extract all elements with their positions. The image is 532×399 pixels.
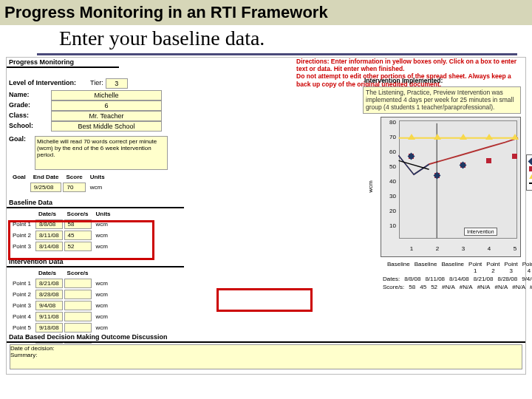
baseline-date-1[interactable]: 8/8/08 — [35, 219, 63, 229]
goal-score-input[interactable]: 70 — [63, 183, 85, 192]
baseline-score-2[interactable]: 45 — [64, 231, 92, 240]
intervention-data-header: Intervention Data — [7, 257, 184, 267]
xtick: 3 — [452, 245, 474, 252]
baseline-table: Date/sScore/sUnits Point 18/8/0858wcm Po… — [8, 208, 115, 253]
slide-subtitle: Enter your baseline data. — [0, 27, 532, 50]
baseline-date-2[interactable]: 8/11/08 — [35, 231, 63, 240]
goal-text-input[interactable]: Michelle will read 70 words correct per … — [35, 136, 168, 170]
tier-sublabel: Tier: — [88, 78, 106, 89]
decision-box[interactable]: Date of decision: Summary: — [10, 344, 522, 369]
name-input[interactable]: Michelle — [51, 90, 162, 100]
xtick: 1 — [400, 245, 423, 252]
xtick: 4 — [478, 245, 500, 252]
section-header-progress: Progress Monitoring — [7, 58, 119, 68]
xtick: 5 — [504, 245, 526, 252]
slide-title: Progress Monitoring in an RTI Framework — [0, 0, 532, 25]
baseline-score-3[interactable]: 52 — [64, 242, 92, 251]
chart-ylabel: wcm — [367, 180, 374, 192]
xtick: 2 — [426, 245, 449, 252]
chart-annotation: Intervention — [464, 228, 497, 236]
int-score-3[interactable] — [64, 301, 92, 310]
baseline-score-1[interactable]: 58 — [64, 219, 92, 229]
intervention-impl-label: Intervention Implemented: — [361, 77, 522, 84]
slide: Progress Monitoring in an RTI Framework … — [0, 0, 532, 399]
int-score-1[interactable] — [64, 279, 92, 288]
decision-header: Data Based Decision Making Outcome Discu… — [7, 332, 525, 343]
goal-enddate-input[interactable]: 9/25/08 — [30, 183, 62, 192]
chart-lines — [381, 117, 520, 256]
int-date-1[interactable]: 8/21/08 — [35, 279, 63, 288]
class-label: Class: — [7, 111, 51, 121]
chart-data-table: BaselineBaselineBaselinePoint 1Point 2Po… — [381, 260, 521, 291]
baseline-date-3[interactable]: 8/14/08 — [35, 242, 63, 251]
goal-label: Goal: — [7, 134, 33, 171]
tier-label: Level of Intervention: — [7, 78, 88, 89]
svg-line-0 — [399, 160, 429, 169]
highlight-box — [216, 288, 313, 312]
int-score-2[interactable] — [64, 290, 92, 299]
int-date-5[interactable]: 9/18/08 — [35, 323, 63, 332]
school-input[interactable]: Best Middle School — [51, 121, 162, 132]
grade-label: Grade: — [7, 100, 51, 111]
int-score-4[interactable] — [64, 312, 92, 321]
name-label: Name: — [7, 90, 51, 100]
int-date-3[interactable]: 9/4/08 — [35, 301, 63, 310]
grade-input[interactable]: 6 — [51, 100, 162, 111]
chart: 80 70 60 50 40 30 20 10 — [381, 117, 521, 257]
tier-input[interactable]: 3 — [106, 78, 128, 89]
int-score-5[interactable] — [64, 323, 92, 332]
int-date-2[interactable]: 8/28/08 — [35, 290, 63, 299]
divider — [37, 53, 517, 55]
intervention-impl-input[interactable]: The Listening, Practice, Preview Interve… — [363, 86, 521, 114]
school-label: School: — [7, 121, 51, 132]
class-input[interactable]: Mr. Teacher — [51, 111, 162, 121]
goal-table: GoalEnd DateScoreUnits 9/25/08 70 wcm — [8, 171, 109, 194]
int-date-4[interactable]: 9/11/08 — [35, 312, 63, 321]
spreadsheet: Progress Monitoring Directions: Enter in… — [6, 57, 526, 375]
baseline-header: Baseline Data — [7, 198, 184, 208]
chart-legend: Progress Aim line Goal Linear (Progress) — [526, 154, 532, 191]
